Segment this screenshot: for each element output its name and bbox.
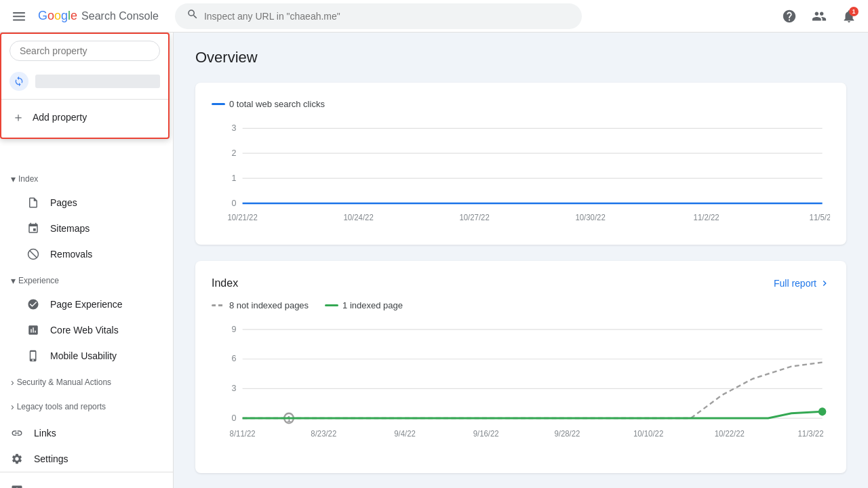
sidebar-item-mobile-usability[interactable]: Mobile Usability [0,343,162,369]
svg-text:2: 2 [232,147,237,158]
full-report-label: Full report [774,278,816,289]
accounts-button[interactable] [806,3,833,30]
property-divider [1,99,168,100]
svg-text:10/22/22: 10/22/22 [715,428,745,437]
sidebar-item-core-web-vitals[interactable]: Core Web Vitals [0,317,162,343]
sidebar-item-label-removals: Removals [50,249,92,260]
sidebar-section-label-index: Index [18,174,38,184]
sidebar-bottom: Submit feedback About Search Console [0,472,173,488]
web-search-chart-area: 3 2 1 0 10/21/22 10/24/22 10/27/22 10/30… [212,120,830,228]
notifications-button[interactable]: 1 [835,3,863,30]
sidebar-item-links[interactable]: Links [0,420,162,446]
header-actions: 1 [776,3,863,30]
sidebar-section-header-index[interactable]: ▾ Index [0,168,173,190]
svg-text:10/10/22: 10/10/22 [633,428,663,437]
property-dropdown: ＋ Add property [0,33,170,139]
app-name: Search Console [81,10,159,22]
legend-label-not-indexed: 8 not indexed pages [229,300,309,310]
svg-text:11/2/22: 11/2/22 [694,212,719,222]
svg-text:3: 3 [232,383,237,393]
chart-legend-index: 8 not indexed pages 1 indexed page [212,300,830,310]
svg-text:9/16/22: 9/16/22 [473,428,499,437]
svg-rect-1 [13,16,25,17]
sidebar-item-page-experience[interactable]: Page Experience [0,291,162,317]
sidebar-item-label-links: Links [34,428,56,439]
chevron-right-icon-security: › [11,377,14,388]
web-search-chart-svg: 3 2 1 0 10/21/22 10/24/22 10/27/22 10/30… [212,120,830,228]
svg-text:8/11/22: 8/11/22 [230,428,256,437]
full-report-link[interactable]: Full report [774,278,830,289]
sidebar-item-label-page-experience: Page Experience [50,299,123,310]
sidebar-item-settings[interactable]: Settings [0,446,162,472]
property-search-input[interactable] [9,41,160,61]
property-item[interactable] [1,66,168,96]
svg-text:0: 0 [232,197,237,208]
sidebar-item-label-submit-feedback: Submit feedback [31,486,97,489]
search-bar-container[interactable] [175,3,582,29]
svg-text:10/30/22: 10/30/22 [575,212,605,222]
google-logo: Google [38,9,77,23]
sidebar-item-label-pages: Pages [50,197,77,208]
svg-text:9: 9 [232,323,237,333]
sidebar-item-removals[interactable]: Removals [0,241,162,267]
chevron-down-icon-exp: ▾ [11,275,16,286]
index-card: Index Full report 8 not indexed pages 1 … [195,261,846,473]
sidebar-item-submit-feedback[interactable]: Submit feedback [0,478,173,488]
app-header: Google Search Console 1 [0,0,868,33]
chart-legend-clicks: 0 total web search clicks [212,99,830,109]
svg-text:11/3/22: 11/3/22 [798,428,824,437]
legend-dot-indexed [325,304,338,306]
plus-icon: ＋ [12,109,24,125]
legend-dot-clicks [212,103,225,105]
svg-text:0: 0 [232,412,237,422]
svg-text:8/23/22: 8/23/22 [311,428,336,437]
sidebar-section-label-legacy: Legacy tools and reports [17,402,106,411]
legend-item-clicks: 0 total web search clicks [212,99,325,109]
sidebar-item-sitemaps[interactable]: Sitemaps [0,216,162,241]
svg-text:10/21/22: 10/21/22 [227,212,257,222]
legend-item-not-indexed: 8 not indexed pages [212,300,309,310]
svg-text:11/5/22: 11/5/22 [810,212,830,222]
page-title: Overview [195,49,846,66]
svg-text:10/27/22: 10/27/22 [459,212,489,222]
property-item-placeholder [35,75,160,88]
sidebar-section-index: ▾ Index Pages Sitemaps Removals [0,168,173,267]
sidebar-item-pages[interactable]: Pages [0,190,162,216]
svg-text:9/28/22: 9/28/22 [554,428,580,437]
app-layout: ＋ Add property ▾ Index Pages Sitemaps [0,33,868,488]
sidebar-section-label-experience: Experience [18,276,59,285]
svg-text:6: 6 [232,353,237,363]
legend-label-indexed: 1 indexed page [342,300,403,310]
svg-text:9/4/22: 9/4/22 [394,428,416,437]
index-chart-area: 9 6 3 0 1 8/11/22 8/23/22 9/4/2 [212,321,830,457]
sidebar-item-label-mobile-usability: Mobile Usability [50,350,117,361]
notification-badge: 1 [849,7,859,16]
property-search-box [1,34,168,66]
svg-text:10/24/22: 10/24/22 [343,212,373,222]
svg-rect-2 [13,19,25,20]
search-icon [186,8,199,24]
svg-text:3: 3 [232,123,237,134]
sidebar-section-header-security[interactable]: › Security & Manual Actions [0,371,173,393]
sidebar: ＋ Add property ▾ Index Pages Sitemaps [0,33,174,488]
add-property-button[interactable]: ＋ Add property [1,102,168,132]
sidebar-section-header-legacy[interactable]: › Legacy tools and reports [0,396,173,418]
menu-button[interactable] [5,3,33,30]
svg-point-30 [818,407,826,415]
sidebar-section-header-experience[interactable]: ▾ Experience [0,270,173,291]
sidebar-section-label-security: Security & Manual Actions [17,378,111,387]
sidebar-section-legacy: › Legacy tools and reports [0,396,173,418]
url-inspect-input[interactable] [204,11,570,22]
web-search-clicks-card: 0 total web search clicks 3 2 1 0 [195,83,846,245]
logo: Google Search Console [38,9,159,23]
add-property-label: Add property [33,112,87,123]
legend-item-indexed: 1 indexed page [325,300,403,310]
sidebar-item-label-sitemaps: Sitemaps [50,223,90,234]
legend-dot-not-indexed [212,304,225,306]
help-button[interactable] [776,3,803,30]
sidebar-section-security: › Security & Manual Actions [0,371,173,393]
url-inspect-bar[interactable] [175,3,582,29]
index-chart-svg: 9 6 3 0 1 8/11/22 8/23/22 9/4/2 [212,321,830,457]
sidebar-item-label-settings: Settings [34,453,68,464]
index-card-header: Index Full report [212,277,830,289]
